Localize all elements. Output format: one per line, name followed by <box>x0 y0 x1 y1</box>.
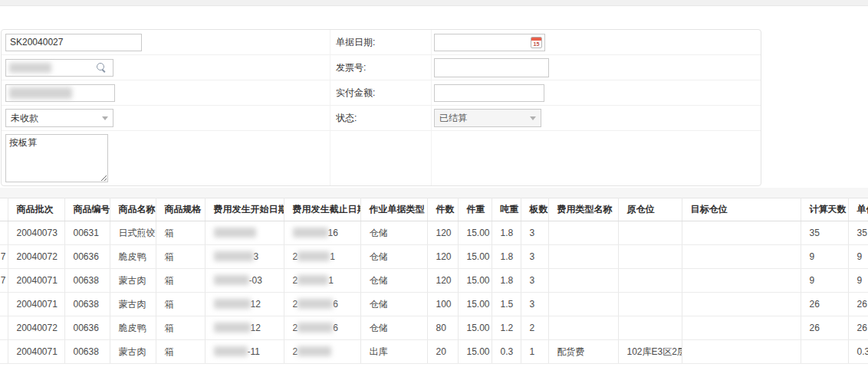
redacted-blur <box>9 63 51 73</box>
table-header-row: 商品批次商品编号商品名称商品规格费用发生开始日期费用发生截止日期作业单据类型件数… <box>0 198 868 221</box>
column-header[interactable]: 作业单据类型 <box>360 198 427 221</box>
cell-name: 蒙古肉 <box>110 293 156 316</box>
cell-spec: 箱 <box>156 269 205 293</box>
column-header[interactable]: 商品名称 <box>110 198 156 221</box>
calendar-icon[interactable] <box>531 37 542 48</box>
paid-amount-label: 实付金额: <box>330 80 432 106</box>
cell-fee_type: 配货费 <box>548 340 618 364</box>
cell-batch: 20040073 <box>8 221 64 245</box>
cell-batch: 20040071 <box>8 340 64 364</box>
cell-days <box>801 340 848 364</box>
payment-status-select[interactable]: 未收款 <box>5 109 113 127</box>
remark-textarea[interactable]: 按板算 <box>5 134 108 182</box>
label-text: 单据日期: <box>336 36 375 49</box>
cell-price: 0.3 <box>848 340 868 364</box>
table-row[interactable]: 72004007100638蒙古肉箱-0321仓储12015.001.8399 <box>0 269 868 293</box>
column-header[interactable]: 费用类型名称 <box>548 198 618 221</box>
paid-amount-input[interactable] <box>434 84 544 102</box>
redacted-blur <box>214 251 254 261</box>
cell-dst_pos <box>682 340 801 364</box>
redacted-input[interactable] <box>5 84 115 102</box>
cell-pieces: 100 <box>427 293 458 316</box>
cell-end: 26 <box>284 293 360 316</box>
label-text: 发票号: <box>336 61 366 74</box>
cell-src_pos <box>618 316 682 340</box>
cell-batch: 20040072 <box>8 245 64 269</box>
column-header[interactable]: 计算天数 <box>801 198 848 221</box>
column-header[interactable]: 商品规格 <box>156 198 205 221</box>
cell-days: 9 <box>801 245 848 269</box>
cell-code: 00636 <box>64 245 110 269</box>
status-label: 状态: <box>330 106 432 131</box>
cell-start: 12 <box>205 293 284 316</box>
cell-batch: 20040072 <box>8 316 64 340</box>
column-header[interactable]: 费用发生开始日期 <box>205 198 284 221</box>
cell-fee_type <box>548 245 618 269</box>
table-row[interactable]: 2004007100638蒙古肉箱1226仓储10015.001.532626 <box>0 293 868 316</box>
cell-pieces: 120 <box>427 221 458 245</box>
cell-days: 35 <box>801 221 848 245</box>
redacted-blur <box>298 346 331 356</box>
column-header[interactable]: 费用发生截止日期 <box>284 198 360 221</box>
cell-spec: 箱 <box>156 245 205 269</box>
column-header[interactable]: 商品批次 <box>8 198 64 221</box>
cell-price: 9 <box>848 245 868 269</box>
status-select[interactable]: 已结算 <box>434 109 541 127</box>
cell-tonnage: 1.8 <box>492 221 521 245</box>
cell-pieces: 20 <box>427 340 458 364</box>
cell-spec: 箱 <box>156 340 205 364</box>
column-header[interactable] <box>0 198 8 221</box>
cell-boards: 3 <box>521 269 548 293</box>
cell-c0 <box>0 340 8 364</box>
search-icon[interactable] <box>97 63 107 73</box>
form-cell <box>2 30 330 55</box>
cell-tonnage: 0.3 <box>492 340 521 364</box>
cell-fee_type <box>548 269 618 293</box>
column-header[interactable]: 件重 <box>458 198 492 221</box>
cell-spec: 箱 <box>156 221 205 245</box>
customer-search-input[interactable] <box>5 59 113 77</box>
table-row[interactable]: 2004007100638蒙古肉箱-112出库2015.000.31配货费102… <box>0 340 868 364</box>
form-cell <box>2 80 330 106</box>
form-cell <box>330 131 432 185</box>
column-header[interactable]: 件数 <box>427 198 458 221</box>
redacted-blur <box>9 87 72 99</box>
cell-days: 9 <box>801 269 848 293</box>
column-header[interactable]: 原仓位 <box>618 198 682 221</box>
cell-end: 21 <box>284 245 360 269</box>
table-row[interactable]: 2004007200636脆皮鸭箱1226仓储8015.001.222626 <box>0 316 868 340</box>
cell-batch: 20040071 <box>8 293 64 316</box>
cell-start <box>205 221 284 245</box>
column-header[interactable]: 目标仓位 <box>682 198 801 221</box>
redacted-blur <box>214 346 248 356</box>
cell-piece_weight: 15.00 <box>458 221 492 245</box>
invoice-no-input[interactable] <box>434 58 549 77</box>
cell-doc_type: 仓储 <box>360 316 427 340</box>
label-text: 状态: <box>336 112 357 125</box>
column-header[interactable]: 单价 <box>848 198 868 221</box>
redacted-blur <box>214 228 256 238</box>
column-header[interactable]: 商品编号 <box>64 198 110 221</box>
cell-name: 脆皮鸭 <box>110 316 156 340</box>
fee-settlement-form: 单据日期: 发票号: 实付金额: <box>1 29 761 186</box>
form-cell <box>2 55 330 80</box>
section-divider <box>0 188 868 198</box>
cell-pieces: 80 <box>427 316 458 340</box>
cell-code: 00631 <box>64 221 110 245</box>
status-value: 已结算 <box>439 112 467 125</box>
redacted-blur <box>298 275 328 285</box>
cell-boards: 3 <box>521 293 548 316</box>
doc-no-input[interactable] <box>5 34 142 51</box>
form-cell <box>432 55 761 80</box>
table-row[interactable]: 72004007200636脆皮鸭箱321仓储12015.001.8399 <box>0 245 868 269</box>
column-header[interactable]: 板数 <box>521 198 548 221</box>
redacted-blur <box>298 323 333 333</box>
cell-start: -03 <box>205 269 284 293</box>
cell-tonnage: 1.5 <box>492 293 521 316</box>
doc-date-input[interactable] <box>434 34 545 51</box>
table-row[interactable]: 2004007300631日式煎饺箱16仓储12015.001.833535 <box>0 221 868 245</box>
column-header[interactable]: 吨重 <box>492 198 521 221</box>
invoice-no-label: 发票号: <box>330 55 432 80</box>
redacted-blur <box>214 299 251 309</box>
cell-c0 <box>0 316 8 340</box>
